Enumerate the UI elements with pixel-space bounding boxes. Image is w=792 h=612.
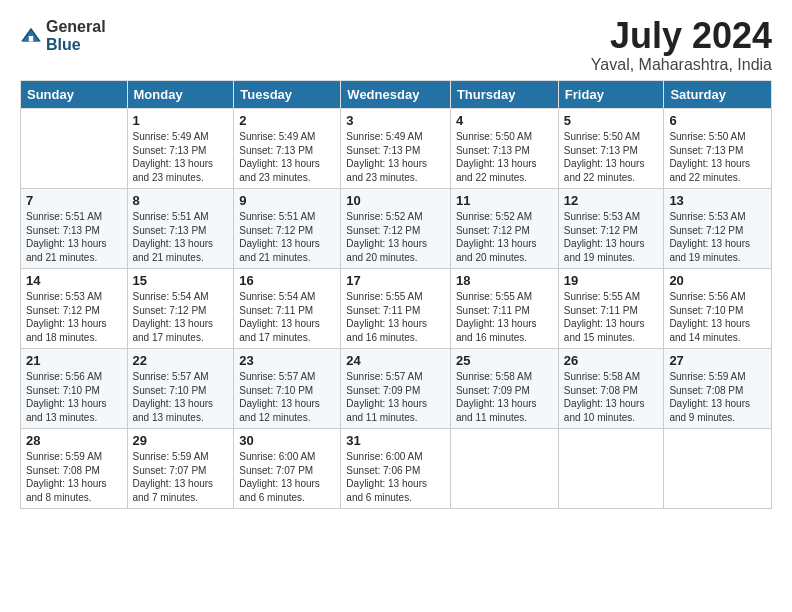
day-info: Sunrise: 5:54 AM Sunset: 7:12 PM Dayligh… [133,290,229,344]
calendar-cell-w4-d1: 21Sunrise: 5:56 AM Sunset: 7:10 PM Dayli… [21,349,128,429]
day-info: Sunrise: 5:50 AM Sunset: 7:13 PM Dayligh… [564,130,659,184]
day-info: Sunrise: 5:49 AM Sunset: 7:13 PM Dayligh… [346,130,445,184]
svg-rect-2 [29,36,33,42]
calendar-cell-w1-d1 [21,109,128,189]
day-info: Sunrise: 5:58 AM Sunset: 7:08 PM Dayligh… [564,370,659,424]
weekday-header-row: Sunday Monday Tuesday Wednesday Thursday… [21,81,772,109]
header-wednesday: Wednesday [341,81,451,109]
day-info: Sunrise: 5:55 AM Sunset: 7:11 PM Dayligh… [456,290,553,344]
week-row-3: 14Sunrise: 5:53 AM Sunset: 7:12 PM Dayli… [21,269,772,349]
header-tuesday: Tuesday [234,81,341,109]
calendar-cell-w2-d6: 12Sunrise: 5:53 AM Sunset: 7:12 PM Dayli… [558,189,664,269]
calendar-cell-w3-d3: 16Sunrise: 5:54 AM Sunset: 7:11 PM Dayli… [234,269,341,349]
calendar-cell-w1-d6: 5Sunrise: 5:50 AM Sunset: 7:13 PM Daylig… [558,109,664,189]
calendar-cell-w5-d4: 31Sunrise: 6:00 AM Sunset: 7:06 PM Dayli… [341,429,451,509]
calendar-cell-w3-d1: 14Sunrise: 5:53 AM Sunset: 7:12 PM Dayli… [21,269,128,349]
day-number: 30 [239,433,335,448]
week-row-4: 21Sunrise: 5:56 AM Sunset: 7:10 PM Dayli… [21,349,772,429]
calendar-cell-w4-d6: 26Sunrise: 5:58 AM Sunset: 7:08 PM Dayli… [558,349,664,429]
calendar-cell-w1-d3: 2Sunrise: 5:49 AM Sunset: 7:13 PM Daylig… [234,109,341,189]
calendar-cell-w2-d4: 10Sunrise: 5:52 AM Sunset: 7:12 PM Dayli… [341,189,451,269]
calendar-cell-w4-d7: 27Sunrise: 5:59 AM Sunset: 7:08 PM Dayli… [664,349,772,429]
day-number: 25 [456,353,553,368]
day-info: Sunrise: 5:58 AM Sunset: 7:09 PM Dayligh… [456,370,553,424]
day-info: Sunrise: 5:53 AM Sunset: 7:12 PM Dayligh… [564,210,659,264]
week-row-5: 28Sunrise: 5:59 AM Sunset: 7:08 PM Dayli… [21,429,772,509]
header-saturday: Saturday [664,81,772,109]
day-info: Sunrise: 5:52 AM Sunset: 7:12 PM Dayligh… [346,210,445,264]
title-block: July 2024 Yaval, Maharashtra, India [591,18,772,74]
day-number: 9 [239,193,335,208]
day-number: 7 [26,193,122,208]
logo-general-label: General [46,18,106,36]
calendar-cell-w3-d2: 15Sunrise: 5:54 AM Sunset: 7:12 PM Dayli… [127,269,234,349]
day-number: 1 [133,113,229,128]
logo-blue-label: Blue [46,36,106,54]
day-info: Sunrise: 5:50 AM Sunset: 7:13 PM Dayligh… [456,130,553,184]
header: General Blue July 2024 Yaval, Maharashtr… [20,18,772,74]
day-info: Sunrise: 5:56 AM Sunset: 7:10 PM Dayligh… [669,290,766,344]
day-number: 17 [346,273,445,288]
calendar-cell-w5-d7 [664,429,772,509]
calendar-cell-w4-d2: 22Sunrise: 5:57 AM Sunset: 7:10 PM Dayli… [127,349,234,429]
day-info: Sunrise: 5:54 AM Sunset: 7:11 PM Dayligh… [239,290,335,344]
day-info: Sunrise: 5:57 AM Sunset: 7:09 PM Dayligh… [346,370,445,424]
day-info: Sunrise: 5:50 AM Sunset: 7:13 PM Dayligh… [669,130,766,184]
day-number: 29 [133,433,229,448]
calendar-cell-w3-d5: 18Sunrise: 5:55 AM Sunset: 7:11 PM Dayli… [450,269,558,349]
calendar-cell-w5-d5 [450,429,558,509]
calendar-cell-w5-d2: 29Sunrise: 5:59 AM Sunset: 7:07 PM Dayli… [127,429,234,509]
day-info: Sunrise: 5:59 AM Sunset: 7:08 PM Dayligh… [669,370,766,424]
day-info: Sunrise: 5:51 AM Sunset: 7:12 PM Dayligh… [239,210,335,264]
day-info: Sunrise: 6:00 AM Sunset: 7:07 PM Dayligh… [239,450,335,504]
calendar-cell-w2-d2: 8Sunrise: 5:51 AM Sunset: 7:13 PM Daylig… [127,189,234,269]
calendar-cell-w2-d5: 11Sunrise: 5:52 AM Sunset: 7:12 PM Dayli… [450,189,558,269]
day-number: 8 [133,193,229,208]
day-number: 16 [239,273,335,288]
day-number: 28 [26,433,122,448]
month-year-title: July 2024 [591,18,772,54]
header-friday: Friday [558,81,664,109]
week-row-1: 1Sunrise: 5:49 AM Sunset: 7:13 PM Daylig… [21,109,772,189]
day-number: 31 [346,433,445,448]
day-number: 14 [26,273,122,288]
day-number: 19 [564,273,659,288]
day-number: 26 [564,353,659,368]
day-number: 27 [669,353,766,368]
page: General Blue July 2024 Yaval, Maharashtr… [0,0,792,519]
day-info: Sunrise: 5:57 AM Sunset: 7:10 PM Dayligh… [133,370,229,424]
day-info: Sunrise: 6:00 AM Sunset: 7:06 PM Dayligh… [346,450,445,504]
day-number: 2 [239,113,335,128]
week-row-2: 7Sunrise: 5:51 AM Sunset: 7:13 PM Daylig… [21,189,772,269]
calendar-cell-w5-d6 [558,429,664,509]
logo: General Blue [20,18,106,53]
day-info: Sunrise: 5:53 AM Sunset: 7:12 PM Dayligh… [669,210,766,264]
day-number: 5 [564,113,659,128]
calendar-cell-w2-d1: 7Sunrise: 5:51 AM Sunset: 7:13 PM Daylig… [21,189,128,269]
day-number: 12 [564,193,659,208]
calendar-cell-w1-d5: 4Sunrise: 5:50 AM Sunset: 7:13 PM Daylig… [450,109,558,189]
day-info: Sunrise: 5:55 AM Sunset: 7:11 PM Dayligh… [564,290,659,344]
day-info: Sunrise: 5:59 AM Sunset: 7:08 PM Dayligh… [26,450,122,504]
day-number: 10 [346,193,445,208]
calendar-cell-w2-d7: 13Sunrise: 5:53 AM Sunset: 7:12 PM Dayli… [664,189,772,269]
logo-icon [20,25,42,47]
day-info: Sunrise: 5:52 AM Sunset: 7:12 PM Dayligh… [456,210,553,264]
logo-text: General Blue [46,18,106,53]
day-info: Sunrise: 5:57 AM Sunset: 7:10 PM Dayligh… [239,370,335,424]
day-number: 11 [456,193,553,208]
day-number: 4 [456,113,553,128]
day-info: Sunrise: 5:49 AM Sunset: 7:13 PM Dayligh… [133,130,229,184]
day-number: 15 [133,273,229,288]
calendar-cell-w2-d3: 9Sunrise: 5:51 AM Sunset: 7:12 PM Daylig… [234,189,341,269]
calendar-cell-w1-d2: 1Sunrise: 5:49 AM Sunset: 7:13 PM Daylig… [127,109,234,189]
day-number: 23 [239,353,335,368]
calendar-cell-w4-d3: 23Sunrise: 5:57 AM Sunset: 7:10 PM Dayli… [234,349,341,429]
day-info: Sunrise: 5:49 AM Sunset: 7:13 PM Dayligh… [239,130,335,184]
day-number: 21 [26,353,122,368]
calendar-cell-w3-d4: 17Sunrise: 5:55 AM Sunset: 7:11 PM Dayli… [341,269,451,349]
day-number: 6 [669,113,766,128]
day-info: Sunrise: 5:53 AM Sunset: 7:12 PM Dayligh… [26,290,122,344]
calendar-cell-w4-d4: 24Sunrise: 5:57 AM Sunset: 7:09 PM Dayli… [341,349,451,429]
header-thursday: Thursday [450,81,558,109]
